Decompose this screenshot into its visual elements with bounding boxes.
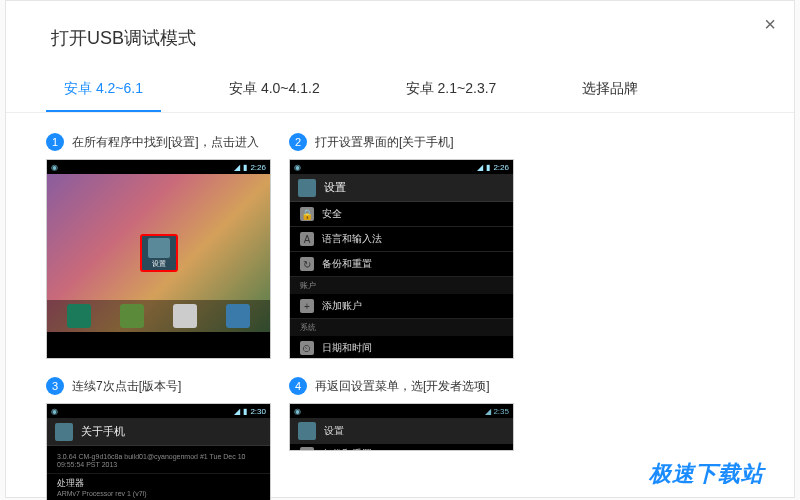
step-text-3: 连续7次点击[版本号] [72,378,181,395]
status-icon: ◉ [294,163,301,172]
row-backup: 备份和重置 [322,257,372,271]
step-badge-4: 4 [289,377,307,395]
screenshot-2: ◉◢▮2:26 设置 🔒安全 A语言和输入法 ↻备份和重置 账户 +添加账户 系… [289,159,514,359]
battery-icon: ▮ [486,163,490,172]
section-accounts: 账户 [290,277,513,294]
settings-app-label: 设置 [152,259,166,269]
backup-icon: ↻ [300,257,314,271]
row-language: 语言和输入法 [322,232,382,246]
dock [47,300,270,332]
tab-android-40-412[interactable]: 安卓 4.0~4.1.2 [211,70,338,112]
signal-icon: ◢ [477,163,483,172]
step-text-2: 打开设置界面的[关于手机] [315,134,454,151]
back-icon [298,179,316,197]
close-icon[interactable]: × [764,13,776,36]
settings-icon [148,238,170,258]
tab-android-42-61[interactable]: 安卓 4.2~6.1 [46,70,161,112]
step-3: 3 连续7次点击[版本号] ◉◢▮2:30 关于手机 3.0.64 CM-g9d… [46,377,271,500]
screenshot-3: ◉◢▮2:30 关于手机 3.0.64 CM-g9d16c8a build01@… [46,403,271,500]
row-security: 安全 [322,207,342,221]
steps-grid: 1 在所有程序中找到[设置]，点击进入 ◉◢▮2:26 设置 [6,113,794,500]
section-system: 系统 [290,319,513,336]
topbar-title: 设置 [324,180,346,195]
step-badge-2: 2 [289,133,307,151]
cpu-label: 处理器 [57,477,260,490]
row-add-account: 添加账户 [322,299,362,313]
signal-icon: ◢ [234,163,240,172]
step-2: 2 打开设置界面的[关于手机] ◉◢▮2:26 设置 🔒安全 A语言和输入法 ↻… [289,133,514,359]
status-icon: ◉ [51,163,58,172]
tabs: 安卓 4.2~6.1 安卓 4.0~4.1.2 安卓 2.1~2.3.7 选择品… [6,70,794,113]
step-badge-1: 1 [46,133,64,151]
topbar-title: 关于手机 [81,424,125,439]
kernel-value: 3.0.64 CM-g9d16c8a build01@cyanogenmod #… [57,453,260,470]
phone-icon [67,304,91,328]
cpu-value: ARMv7 Processor rev 1 (v7l) [57,490,260,498]
contacts-icon [226,304,250,328]
topbar-title: 设置 [324,424,344,438]
messages-icon [120,304,144,328]
screenshot-4: ◉◢ 2:35 设置 ↻备份和重置 [289,403,514,451]
watermark: 极速下载站 [649,459,764,489]
lock-icon: 🔒 [300,207,314,221]
status-time: 2:26 [250,163,266,172]
signal-icon: ◢ [234,407,240,416]
screenshot-1: ◉◢▮2:26 设置 [46,159,271,359]
add-icon: + [300,299,314,313]
step-text-4: 再返回设置菜单，选[开发者选项] [315,378,490,395]
row-backup: 备份和重置 [322,447,372,451]
tab-android-21-237[interactable]: 安卓 2.1~2.3.7 [388,70,515,112]
settings-app-highlight: 设置 [140,234,178,272]
clock-icon: ⏲ [300,341,314,355]
signal-icon: ◢ [485,407,491,416]
status-icon: ◉ [294,407,301,416]
tab-select-brand[interactable]: 选择品牌 [564,70,656,112]
backup-icon: ↻ [300,447,314,451]
status-icon: ◉ [51,407,58,416]
battery-icon: ▮ [243,407,247,416]
apps-icon [173,304,197,328]
dialog-title: 打开USB调试模式 [6,1,794,70]
step-badge-3: 3 [46,377,64,395]
language-icon: A [300,232,314,246]
step-1: 1 在所有程序中找到[设置]，点击进入 ◉◢▮2:26 设置 [46,133,271,359]
status-time: 2:30 [250,407,266,416]
back-icon [298,422,316,440]
battery-icon: ▮ [243,163,247,172]
step-4: 4 再返回设置菜单，选[开发者选项] ◉◢ 2:35 设置 ↻备份和重置 [289,377,514,500]
status-time: 2:26 [493,163,509,172]
status-time: 2:35 [493,407,509,416]
row-datetime: 日期和时间 [322,341,372,355]
back-icon [55,423,73,441]
step-text-1: 在所有程序中找到[设置]，点击进入 [72,134,259,151]
